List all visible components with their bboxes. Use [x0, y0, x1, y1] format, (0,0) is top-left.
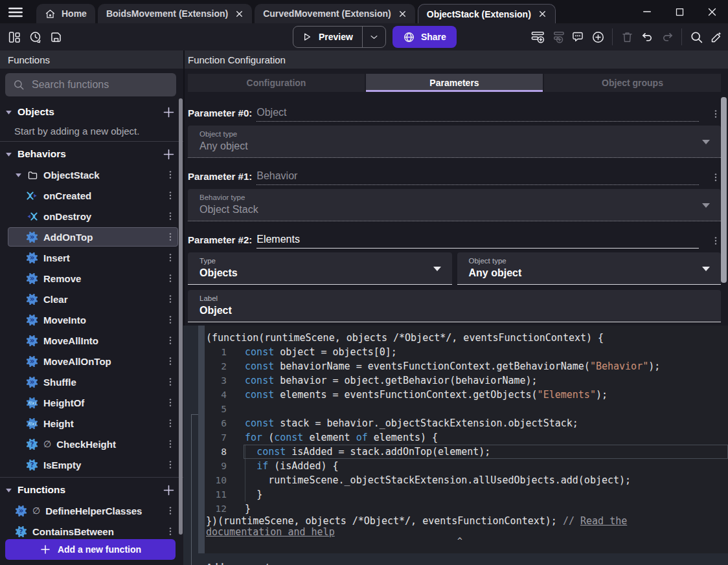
kebab-menu-icon[interactable] — [165, 190, 176, 201]
window-minimize-button[interactable] — [640, 5, 654, 19]
sidebar-section-functions[interactable]: Functions — [0, 480, 183, 500]
kebab-menu-icon[interactable] — [165, 294, 176, 304]
svg-text:»: » — [30, 336, 35, 345]
kebab-menu-icon[interactable] — [165, 232, 176, 242]
parameter-name-input[interactable]: Behavior — [256, 170, 699, 185]
function-item-addontop[interactable]: » AddOnTop — [0, 227, 183, 247]
share-button[interactable]: Share — [392, 26, 457, 48]
close-icon[interactable] — [235, 10, 244, 18]
search-functions-input[interactable]: Search functions — [5, 73, 176, 96]
tab-curvedmovement-extension-[interactable]: CurvedMovement (Extension) — [255, 4, 415, 23]
kebab-menu-icon[interactable] — [165, 397, 176, 408]
parameter-name-input[interactable]: Elements — [256, 234, 699, 249]
function-item-definehelperclasses[interactable]: »∅ DefineHelperClasses — [0, 500, 183, 521]
kebab-menu-icon[interactable] — [165, 418, 176, 428]
sidebar-scrollbar[interactable] — [179, 98, 183, 535]
code-editor[interactable]: (function(runtimeScene, objects /*Object… — [205, 326, 728, 553]
svg-text:»: » — [30, 315, 35, 324]
add-icon[interactable] — [162, 148, 176, 161]
tab-objectstack-extension-[interactable]: ObjectStack (Extension) — [418, 4, 556, 23]
action-icon: » — [26, 231, 38, 243]
action-icon: » — [15, 505, 27, 517]
panels-icon[interactable] — [6, 29, 22, 45]
function-item-oncreated[interactable]: onCreated — [0, 185, 183, 206]
close-icon[interactable] — [398, 10, 407, 18]
search-icon[interactable] — [688, 29, 704, 45]
add-comment-icon[interactable] — [570, 29, 586, 45]
field-object-type[interactable]: Object type Any object — [188, 126, 721, 158]
line-number: 5 — [205, 402, 233, 416]
function-item-ondestroy[interactable]: onDestroy — [0, 206, 183, 227]
preview-dropdown-button[interactable] — [362, 26, 385, 48]
code-line-12: 12 } — [205, 502, 728, 516]
window-maximize-button[interactable] — [672, 5, 687, 19]
editor-caret: ^ — [457, 536, 462, 546]
function-item-height[interactable]: f(x) Height — [0, 413, 183, 434]
function-item-insert[interactable]: » Insert — [0, 247, 183, 268]
window-controls — [640, 0, 728, 23]
field-object-type[interactable]: Object type Any object — [457, 252, 722, 285]
kebab-menu-icon[interactable] — [165, 460, 176, 470]
field-type[interactable]: Type Objects — [188, 252, 452, 285]
kebab-menu-icon[interactable] — [165, 505, 176, 516]
kebab-menu-icon[interactable] — [165, 315, 176, 325]
toolbar-separator — [681, 28, 682, 45]
tab-boidsmovement-extension-[interactable]: BoidsMovement (Extension) — [98, 4, 252, 23]
svg-text:»: » — [30, 294, 35, 304]
function-item-shuffle[interactable]: » Shuffle — [0, 371, 183, 392]
kebab-menu-icon[interactable] — [165, 273, 176, 283]
save-icon[interactable] — [48, 29, 63, 45]
field-behavior-type[interactable]: Behavior type Object Stack — [188, 189, 721, 221]
window-close-button[interactable] — [705, 5, 719, 19]
tab-parameters[interactable]: Parameters — [366, 74, 543, 92]
kebab-menu-icon[interactable] — [165, 335, 176, 346]
preview-button[interactable]: Preview — [293, 31, 362, 43]
kebab-menu-icon[interactable] — [711, 236, 721, 246]
add-function-button[interactable]: Add a new function — [5, 539, 176, 560]
kebab-menu-icon[interactable] — [711, 172, 721, 183]
code-wrapper-header: (function(runtimeScene, objects /*Object… — [205, 331, 728, 345]
function-item-checkheight[interactable]: ?∅ CheckHeight — [0, 434, 183, 454]
main-scrollbar[interactable] — [721, 97, 727, 283]
function-item-isempty[interactable]: ? IsEmpty — [0, 454, 183, 475]
code-line-10: 10 runtimeScene._objectStackExtension.al… — [205, 473, 728, 487]
kebab-menu-icon[interactable] — [711, 109, 721, 119]
history-icon[interactable] — [27, 29, 43, 45]
tab-object-groups[interactable]: Object groups — [544, 74, 721, 92]
code-line-8: 8 const isAdded = stack.addOnTop(element… — [205, 445, 728, 459]
add-event-icon[interactable] — [530, 29, 545, 45]
tab-home[interactable]: Home — [36, 4, 95, 23]
sidebar-section-behaviors[interactable]: Behaviors — [0, 144, 183, 164]
field-label: Type — [199, 257, 440, 265]
field-value: Object — [199, 305, 709, 316]
sidebar-section-objects[interactable]: Objects — [0, 102, 183, 122]
line-number: 7 — [205, 430, 233, 445]
behavior-folder-objectstack[interactable]: ObjectStack — [0, 164, 183, 185]
kebab-menu-icon[interactable] — [165, 377, 176, 387]
kebab-menu-icon[interactable] — [165, 356, 176, 366]
field-label[interactable]: Label Object — [188, 290, 721, 322]
kebab-menu-icon[interactable] — [165, 170, 176, 180]
close-icon[interactable] — [538, 10, 547, 18]
function-item-moveallontop[interactable]: » MoveAllOnTop — [0, 351, 183, 371]
search-placeholder: Search functions — [32, 79, 109, 91]
function-item-remove[interactable]: » Remove — [0, 268, 183, 289]
function-item-clear[interactable]: » Clear — [0, 289, 183, 309]
function-item-moveinto[interactable]: » MoveInto — [0, 309, 183, 330]
functions-panel-title: Functions — [0, 50, 183, 69]
kebab-menu-icon[interactable] — [165, 526, 176, 537]
add-icon[interactable] — [162, 483, 176, 497]
function-item-moveallinto[interactable]: » MoveAllInto — [0, 330, 183, 351]
menu-icon[interactable] — [6, 6, 25, 18]
parameter-name-input[interactable]: Object — [256, 107, 699, 122]
add-icon[interactable] — [162, 105, 176, 119]
search-icon — [13, 79, 25, 91]
undo-icon[interactable] — [639, 29, 655, 45]
add-circle-icon[interactable] — [590, 29, 606, 45]
edit-icon[interactable] — [709, 29, 724, 45]
kebab-menu-icon[interactable] — [165, 211, 176, 221]
kebab-menu-icon[interactable] — [165, 252, 176, 263]
function-item-heightof[interactable]: f(x) HeightOf — [0, 392, 183, 413]
kebab-menu-icon[interactable] — [165, 439, 176, 449]
tab-configuration[interactable]: Configuration — [188, 74, 365, 92]
